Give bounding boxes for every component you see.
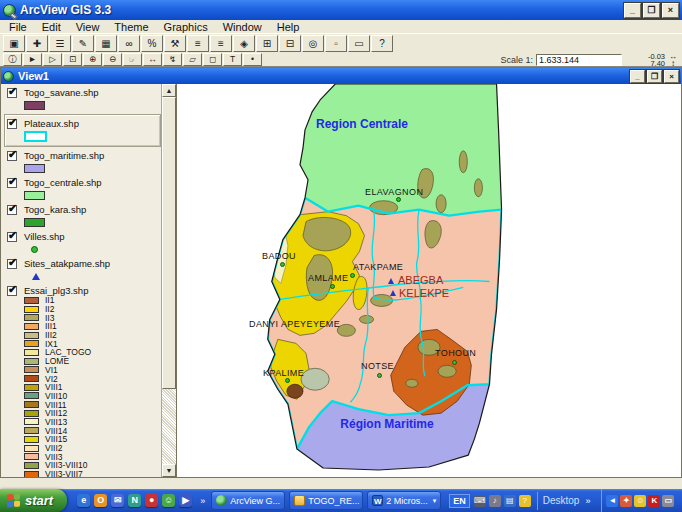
- theme-togo-kara[interactable]: ✔ Togo_kara.shp: [7, 204, 161, 228]
- class-swatch: [24, 306, 39, 313]
- menu-theme[interactable]: Theme: [114, 21, 148, 33]
- text-tool[interactable]: T: [223, 53, 242, 66]
- edit-legend-button[interactable]: ✎: [72, 35, 94, 52]
- app-title: ArcView GIS 3.3: [20, 3, 622, 17]
- zoom-in-tool[interactable]: ⊕: [83, 53, 102, 66]
- zoom-active-themes-button[interactable]: ≡: [210, 35, 232, 52]
- vertex-edit-tool[interactable]: ▷: [43, 53, 62, 66]
- tablet-icon[interactable]: ▤: [504, 495, 516, 507]
- outlook-icon[interactable]: O: [94, 494, 107, 507]
- arcview-task-icon: [216, 495, 227, 506]
- legend-class-row[interactable]: VIII13: [24, 418, 161, 427]
- draw-point-tool[interactable]: •: [243, 53, 262, 66]
- view-minimize-button[interactable]: _: [630, 70, 645, 83]
- scrollbar-thumb[interactable]: [162, 97, 176, 389]
- restore-button[interactable]: ❐: [643, 3, 660, 18]
- class-swatch: [24, 358, 39, 365]
- theme-togo-savane[interactable]: ✔ Togo_savane.shp: [7, 87, 161, 111]
- mouse-icon[interactable]: ▭: [662, 495, 674, 507]
- map-canvas[interactable]: Region Centrale Région Maritime ELAVAGNO…: [177, 84, 681, 477]
- identify-tool[interactable]: ⓘ: [3, 53, 22, 66]
- rollback-icon[interactable]: ◄: [606, 495, 618, 507]
- zoom-in-button[interactable]: ⊞: [256, 35, 278, 52]
- measure-tool[interactable]: ↔: [143, 53, 162, 66]
- media-icon[interactable]: ▶: [179, 494, 192, 507]
- view-close-button[interactable]: ×: [664, 70, 679, 83]
- theme-checkbox[interactable]: ✔: [7, 286, 17, 296]
- quick-launch-overflow-icon[interactable]: »: [198, 496, 207, 506]
- hot-link-tool[interactable]: ↯: [163, 53, 182, 66]
- pointer-tool[interactable]: ►: [23, 53, 42, 66]
- theme-checkbox[interactable]: ✔: [7, 205, 17, 215]
- select-feature-tool[interactable]: ⊡: [63, 53, 82, 66]
- smiley-icon[interactable]: ☺: [634, 495, 646, 507]
- task-arcview[interactable]: ArcView G...: [211, 491, 285, 510]
- add-theme-button[interactable]: ✚: [26, 35, 48, 52]
- scroll-up-icon[interactable]: ▲: [162, 84, 176, 97]
- theme-checkbox[interactable]: ✔: [7, 151, 17, 161]
- zoom-out-button[interactable]: ⊟: [279, 35, 301, 52]
- help-button[interactable]: ?: [371, 35, 393, 52]
- view-restore-button[interactable]: ❐: [647, 70, 662, 83]
- legend-class-row[interactable]: VI1: [24, 366, 161, 375]
- scale-input[interactable]: [536, 54, 622, 66]
- city-marker: [396, 197, 401, 202]
- messenger-icon[interactable]: ☺: [162, 494, 175, 507]
- desktop-overflow-icon[interactable]: »: [583, 496, 592, 506]
- legend-class-row[interactable]: VIII3-VIII7: [24, 470, 161, 477]
- theme-togo-centrale[interactable]: ✔ Togo_centrale.shp: [7, 177, 161, 201]
- menu-file[interactable]: File: [9, 21, 27, 33]
- scroll-down-icon[interactable]: ▼: [162, 464, 176, 477]
- menu-help[interactable]: Help: [277, 21, 300, 33]
- network-icon[interactable]: N: [128, 494, 141, 507]
- theme-plateaux[interactable]: ✔ Plateaux.shp: [4, 114, 161, 147]
- desktop-toolbar[interactable]: Desktop »: [537, 492, 598, 510]
- theme-togo-maritime[interactable]: ✔ Togo_maritime.shp: [7, 150, 161, 174]
- ie-icon[interactable]: e: [77, 494, 90, 507]
- zoom-previous-button[interactable]: ◎: [302, 35, 324, 52]
- menu-view[interactable]: View: [76, 21, 100, 33]
- keyboard-icon[interactable]: ⌨: [474, 495, 486, 507]
- legend-scrollbar[interactable]: ▲ ▼: [161, 84, 176, 477]
- task-togo-folder[interactable]: TOGO_RE...: [289, 491, 363, 510]
- zoom-full-extent-button[interactable]: ≡: [187, 35, 209, 52]
- theme-checkbox[interactable]: ✔: [7, 119, 17, 129]
- select-features-button[interactable]: ▫: [325, 35, 347, 52]
- microphone-icon[interactable]: ♪: [489, 495, 501, 507]
- query-builder-button[interactable]: ⚒: [164, 35, 186, 52]
- find-button[interactable]: ∞: [118, 35, 140, 52]
- menu-graphics[interactable]: Graphics: [164, 21, 208, 33]
- task-word-group[interactable]: W 2 Micros... ▾: [367, 491, 441, 510]
- legend-class-row[interactable]: VIII10: [24, 392, 161, 401]
- menu-window[interactable]: Window: [223, 21, 262, 33]
- close-button[interactable]: ×: [662, 3, 679, 18]
- browser-icon[interactable]: ●: [145, 494, 158, 507]
- theme-properties-button[interactable]: ☰: [49, 35, 71, 52]
- open-theme-table-button[interactable]: ▦: [95, 35, 117, 52]
- theme-essai-plg3[interactable]: ✔ Essai_plg3.shp II1 II2 II3 III1 III2 I…: [7, 285, 161, 477]
- theme-checkbox[interactable]: ✔: [7, 178, 17, 188]
- theme-sites-atakpame[interactable]: ✔ Sites_atakpame.shp: [7, 258, 161, 282]
- kaspersky-icon[interactable]: K: [648, 495, 660, 507]
- minimize-button[interactable]: _: [624, 3, 641, 18]
- callout-tool[interactable]: ◻: [203, 53, 222, 66]
- theme-checkbox[interactable]: ✔: [7, 259, 17, 269]
- scrollbar-track[interactable]: [162, 389, 176, 464]
- mail-icon[interactable]: ✉: [111, 494, 124, 507]
- locate-address-button[interactable]: %: [141, 35, 163, 52]
- start-button[interactable]: start: [0, 489, 67, 512]
- site-marker: [390, 290, 396, 296]
- help-tray-icon[interactable]: ?: [519, 495, 531, 507]
- save-project-button[interactable]: ▣: [3, 35, 25, 52]
- zoom-out-tool[interactable]: ⊖: [103, 53, 122, 66]
- pan-tool[interactable]: ☞: [123, 53, 142, 66]
- update-icon[interactable]: ✦: [620, 495, 632, 507]
- label-tool[interactable]: ▱: [183, 53, 202, 66]
- menu-edit[interactable]: Edit: [42, 21, 61, 33]
- theme-checkbox[interactable]: ✔: [7, 88, 17, 98]
- theme-checkbox[interactable]: ✔: [7, 232, 17, 242]
- language-indicator[interactable]: EN: [449, 494, 470, 508]
- clear-selection-button[interactable]: ▭: [348, 35, 370, 52]
- zoom-selected-button[interactable]: ◈: [233, 35, 255, 52]
- theme-villes[interactable]: ✔ Villes.shp: [7, 231, 161, 255]
